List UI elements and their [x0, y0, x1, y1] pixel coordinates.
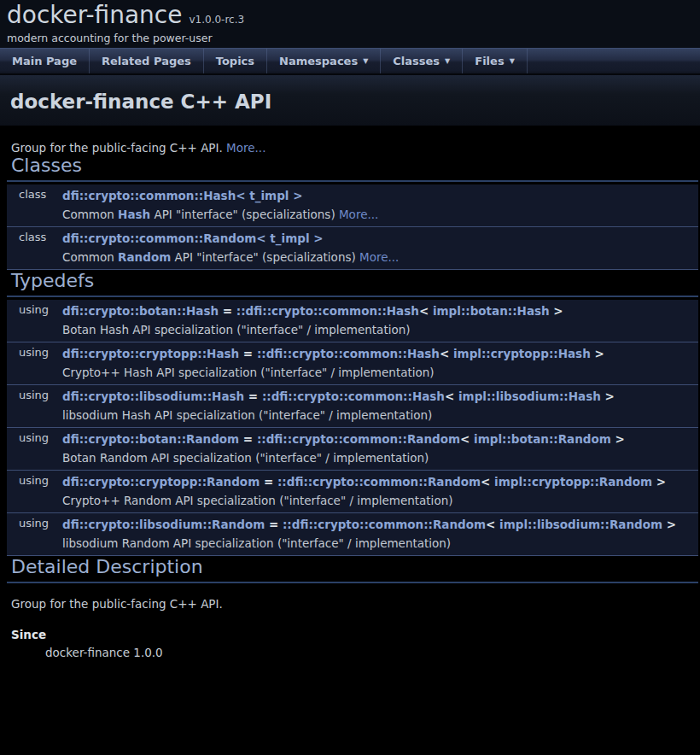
member-kind: class — [7, 184, 62, 226]
class-description: Common Random API "interface" (specializ… — [62, 249, 695, 265]
group-intro: Group for the public-facing C++ API. Mor… — [11, 141, 698, 155]
member-kind: class — [7, 227, 62, 269]
typedef-declaration: dfi::crypto::cryptopp::Hash = ::dfi::cry… — [62, 346, 695, 361]
contents: Group for the public-facing C++ API. Mor… — [7, 141, 698, 659]
chevron-down-icon: ▼ — [363, 49, 368, 73]
typedef-row: using dfi::crypto::libsodium::Random = :… — [7, 513, 698, 556]
class-row: class dfi::crypto::common::Random< t_imp… — [7, 227, 698, 270]
typedef-declaration: dfi::crypto::libsodium::Random = ::dfi::… — [62, 517, 695, 532]
since-value: docker-finance 1.0.0 — [45, 646, 698, 659]
project-row: docker-financev1.0.0-rc.3 — [7, 1, 700, 29]
typedef-row: using dfi::crypto::cryptopp::Hash = ::df… — [7, 342, 698, 385]
typedef-row: using dfi::crypto::botan::Random = ::dfi… — [7, 428, 698, 471]
typedef-row: using dfi::crypto::cryptopp::Random = ::… — [7, 471, 698, 513]
common-type-link[interactable]: ::dfi::crypto::common::Hash — [236, 304, 419, 318]
project-version: v1.0.0-rc.3 — [189, 14, 244, 26]
common-type-link[interactable]: ::dfi::crypto::common::Random — [283, 518, 486, 531]
typedef-description: libsodium Hash API specialization ("inte… — [62, 407, 695, 423]
class-row: class dfi::crypto::common::Hash< t_impl … — [7, 184, 698, 227]
more-link[interactable]: More... — [359, 250, 399, 264]
detailed-description-heading: Detailed Description — [7, 556, 698, 583]
common-type-link[interactable]: ::dfi::crypto::common::Hash — [257, 347, 440, 360]
common-type-link[interactable]: ::dfi::crypto::common::Hash — [262, 389, 445, 403]
typedef-name-link[interactable]: dfi::crypto::cryptopp::Hash — [62, 347, 239, 360]
project-name: docker-finance — [7, 1, 182, 29]
nav-tab-files[interactable]: Files▼ — [463, 49, 528, 73]
more-link[interactable]: More... — [339, 208, 378, 221]
classes-table: class dfi::crypto::common::Hash< t_impl … — [7, 184, 698, 270]
detailed-description-text: Group for the public-facing C++ API. — [11, 597, 698, 611]
typedef-declaration: dfi::crypto::libsodium::Hash = ::dfi::cr… — [62, 389, 695, 404]
member-kind: using — [7, 471, 62, 512]
typedef-name-link[interactable]: dfi::crypto::libsodium::Random — [62, 518, 265, 531]
class-declaration: dfi::crypto::common::Random< t_impl > — [62, 231, 695, 246]
member-kind: using — [7, 428, 62, 470]
typedefs-heading: Typedefs — [7, 270, 698, 297]
typedef-description: Crypto++ Hash API specialization ("inter… — [62, 365, 695, 380]
impl-type-link[interactable]: impl::cryptopp::Hash — [453, 347, 591, 360]
typedef-description: libsodium Random API specialization ("in… — [62, 536, 695, 551]
member-kind: using — [7, 300, 62, 342]
class-link[interactable]: dfi::crypto::common::Random< t_impl > — [62, 231, 324, 245]
common-type-link[interactable]: ::dfi::crypto::common::Random — [257, 432, 460, 446]
project-brief: modern accounting for the power-user — [7, 32, 700, 44]
common-type-link[interactable]: ::dfi::crypto::common::Random — [277, 475, 481, 489]
nav-tab-topics[interactable]: Topics — [204, 49, 267, 73]
class-link[interactable]: dfi::crypto::common::Hash< t_impl > — [62, 189, 302, 202]
page-header: docker-finance C++ API — [0, 73, 700, 126]
typedef-name-link[interactable]: dfi::crypto::botan::Hash — [62, 304, 219, 318]
impl-type-link[interactable]: impl::cryptopp::Random — [494, 475, 652, 489]
classes-heading: Classes — [7, 155, 698, 182]
nav-tab-namespaces[interactable]: Namespaces▼ — [267, 49, 381, 73]
class-declaration: dfi::crypto::common::Hash< t_impl > — [62, 188, 695, 203]
typedef-description: Botan Hash API specialization ("interfac… — [62, 322, 695, 337]
typedef-row: using dfi::crypto::libsodium::Hash = ::d… — [7, 385, 698, 428]
nav-tab-classes[interactable]: Classes▼ — [381, 49, 463, 73]
chevron-down-icon: ▼ — [510, 49, 515, 73]
typedefs-table: using dfi::crypto::botan::Hash = ::dfi::… — [7, 300, 698, 556]
nav-tab-main-page[interactable]: Main Page — [0, 49, 90, 73]
main-nav: Main Page Related Pages Topics Namespace… — [0, 48, 700, 73]
member-kind: using — [7, 513, 62, 555]
member-kind: using — [7, 385, 62, 427]
impl-type-link[interactable]: impl::botan::Hash — [433, 304, 550, 318]
page-title: docker-finance C++ API — [0, 75, 700, 113]
since-label: Since — [11, 628, 698, 641]
impl-type-link[interactable]: impl::libsodium::Hash — [458, 389, 601, 403]
typedef-name-link[interactable]: dfi::crypto::cryptopp::Random — [62, 475, 260, 489]
typedef-row: using dfi::crypto::botan::Hash = ::dfi::… — [7, 300, 698, 342]
impl-type-link[interactable]: impl::libsodium::Random — [499, 518, 662, 531]
member-kind: using — [7, 342, 62, 384]
impl-type-link[interactable]: impl::botan::Random — [474, 432, 611, 446]
title-area: docker-financev1.0.0-rc.3 modern account… — [0, 0, 700, 48]
chevron-down-icon: ▼ — [445, 49, 450, 73]
typedef-declaration: dfi::crypto::botan::Random = ::dfi::cryp… — [62, 431, 695, 447]
nav-tab-related-pages[interactable]: Related Pages — [90, 49, 204, 73]
typedef-declaration: dfi::crypto::cryptopp::Random = ::dfi::c… — [62, 474, 695, 489]
typedef-declaration: dfi::crypto::botan::Hash = ::dfi::crypto… — [62, 303, 695, 319]
more-link[interactable]: More... — [226, 141, 265, 155]
typedef-name-link[interactable]: dfi::crypto::botan::Random — [62, 432, 239, 446]
class-description: Common Hash API "interface" (specializat… — [62, 207, 695, 222]
typedef-name-link[interactable]: dfi::crypto::libsodium::Hash — [62, 389, 244, 403]
typedef-description: Crypto++ Random API specialization ("int… — [62, 493, 695, 508]
hash-link[interactable]: Hash — [118, 208, 150, 221]
typedef-description: Botan Random API specialization ("interf… — [62, 450, 695, 465]
random-link[interactable]: Random — [118, 250, 171, 264]
